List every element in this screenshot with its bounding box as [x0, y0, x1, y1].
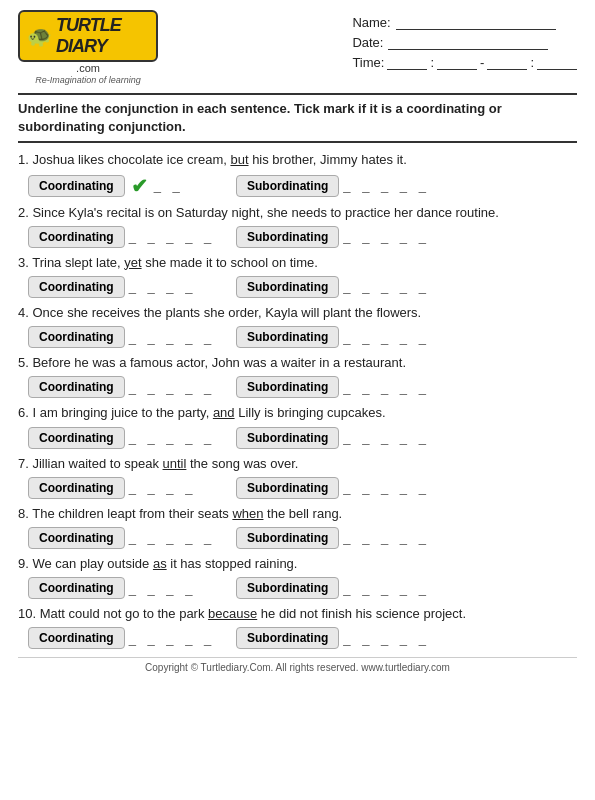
answer-row-2: Coordinating_ _ _ _ _Subordinating_ _ _ …	[18, 226, 577, 248]
name-date-area: Name: Date: Time: : - :	[352, 14, 577, 70]
name-line	[396, 14, 556, 30]
coord-section-8: Coordinating_ _ _ _ _	[28, 527, 228, 549]
question-9: 9. We can play outside as it has stopped…	[18, 555, 577, 599]
coord-dashes-5: _ _ _ _ _	[129, 380, 216, 395]
time-sec	[487, 54, 527, 70]
instructions-text: Underline the conjunction in each senten…	[18, 101, 502, 134]
subordinating-button-4[interactable]: Subordinating	[236, 326, 339, 348]
subordinating-button-5[interactable]: Subordinating	[236, 376, 339, 398]
subord-dashes-9: _ _ _ _ _	[343, 581, 430, 596]
question-2: 2. Since Kyla's recital is on Saturday n…	[18, 204, 577, 248]
subord-dashes-5: _ _ _ _ _	[343, 380, 430, 395]
coord-section-10: Coordinating_ _ _ _ _	[28, 627, 228, 649]
subord-dashes-3: _ _ _ _ _	[343, 279, 430, 294]
subordinating-button-9[interactable]: Subordinating	[236, 577, 339, 599]
time-hour	[387, 54, 427, 70]
coordinating-button-5[interactable]: Coordinating	[28, 376, 125, 398]
question-text-6: 6. I am bringing juice to the party, and…	[18, 404, 577, 422]
coordinating-button-8[interactable]: Coordinating	[28, 527, 125, 549]
question-text-2: 2. Since Kyla's recital is on Saturday n…	[18, 204, 577, 222]
coordinating-button-2[interactable]: Coordinating	[28, 226, 125, 248]
conjunction-3: yet	[124, 255, 141, 270]
subordinating-button-2[interactable]: Subordinating	[236, 226, 339, 248]
coord-section-7: Coordinating_ _ _ _	[28, 477, 228, 499]
name-label: Name:	[352, 15, 390, 30]
coord-section-3: Coordinating_ _ _ _	[28, 276, 228, 298]
page-header: 🐢 TURTLE DIARY .com Re-Imagination of le…	[18, 10, 577, 85]
footer-text: Copyright © Turtlediary.Com. All rights …	[145, 662, 450, 673]
subordinating-button-6[interactable]: Subordinating	[236, 427, 339, 449]
question-text-9: 9. We can play outside as it has stopped…	[18, 555, 577, 573]
subord-section-4: Subordinating_ _ _ _ _	[236, 326, 430, 348]
name-field-row: Name:	[352, 14, 577, 30]
logo-com: .com	[76, 62, 100, 74]
coord-dashes-4: _ _ _ _ _	[129, 330, 216, 345]
conjunction-6: and	[213, 405, 235, 420]
subordinating-button-8[interactable]: Subordinating	[236, 527, 339, 549]
time-sep1: :	[430, 55, 434, 70]
date-field-row: Date:	[352, 34, 577, 50]
coordinating-button-3[interactable]: Coordinating	[28, 276, 125, 298]
question-10: 10. Matt could not go to the park becaus…	[18, 605, 577, 649]
coordinating-button-7[interactable]: Coordinating	[28, 477, 125, 499]
logo-text: TURTLE DIARY	[56, 15, 149, 57]
answer-row-7: Coordinating_ _ _ _Subordinating_ _ _ _ …	[18, 477, 577, 499]
coordinating-button-6[interactable]: Coordinating	[28, 427, 125, 449]
answer-row-10: Coordinating_ _ _ _ _Subordinating_ _ _ …	[18, 627, 577, 649]
coord-dashes-3: _ _ _ _	[129, 279, 197, 294]
subord-section-7: Subordinating_ _ _ _ _	[236, 477, 430, 499]
question-3: 3. Trina slept late, yet she made it to …	[18, 254, 577, 298]
subordinating-button-1[interactable]: Subordinating	[236, 175, 339, 197]
turtle-icon: 🐢	[27, 24, 52, 48]
coord-dashes-6: _ _ _ _ _	[129, 430, 216, 445]
subord-section-6: Subordinating_ _ _ _ _	[236, 427, 430, 449]
coord-dashes-9: _ _ _ _	[129, 581, 197, 596]
coordinating-button-9[interactable]: Coordinating	[28, 577, 125, 599]
subord-section-1: Subordinating_ _ _ _ _	[236, 175, 430, 197]
answer-row-6: Coordinating_ _ _ _ _Subordinating_ _ _ …	[18, 427, 577, 449]
subord-dashes-2: _ _ _ _ _	[343, 229, 430, 244]
coord-section-5: Coordinating_ _ _ _ _	[28, 376, 228, 398]
coord-dashes-10: _ _ _ _ _	[129, 631, 216, 646]
coord-section-9: Coordinating_ _ _ _	[28, 577, 228, 599]
logo-box: 🐢 TURTLE DIARY	[18, 10, 158, 62]
coordinating-button-10[interactable]: Coordinating	[28, 627, 125, 649]
question-text-10: 10. Matt could not go to the park becaus…	[18, 605, 577, 623]
subord-section-8: Subordinating_ _ _ _ _	[236, 527, 430, 549]
answer-row-1: Coordinating✔_ _Subordinating_ _ _ _ _	[18, 174, 577, 198]
conjunction-9: as	[153, 556, 167, 571]
coord-dashes-8: _ _ _ _ _	[129, 530, 216, 545]
question-8: 8. The children leapt from their seats w…	[18, 505, 577, 549]
coord-section-6: Coordinating_ _ _ _ _	[28, 427, 228, 449]
coord-section-4: Coordinating_ _ _ _ _	[28, 326, 228, 348]
coord-dashes-7: _ _ _ _	[129, 480, 197, 495]
conjunction-8: when	[232, 506, 263, 521]
coordinating-button-4[interactable]: Coordinating	[28, 326, 125, 348]
logo-tagline: Re-Imagination of learning	[35, 75, 141, 85]
question-text-8: 8. The children leapt from their seats w…	[18, 505, 577, 523]
subord-section-3: Subordinating_ _ _ _ _	[236, 276, 430, 298]
subord-section-9: Subordinating_ _ _ _ _	[236, 577, 430, 599]
subord-section-10: Subordinating_ _ _ _ _	[236, 627, 430, 649]
subord-dashes-4: _ _ _ _ _	[343, 330, 430, 345]
time-min	[437, 54, 477, 70]
answer-row-3: Coordinating_ _ _ _Subordinating_ _ _ _ …	[18, 276, 577, 298]
question-4: 4. Once she receives the plants she orde…	[18, 304, 577, 348]
question-5: 5. Before he was a famous actor, John wa…	[18, 354, 577, 398]
coord-section-1: Coordinating✔_ _	[28, 174, 228, 198]
subordinating-button-7[interactable]: Subordinating	[236, 477, 339, 499]
time-field-row: Time: : - :	[352, 54, 577, 70]
conjunction-7: until	[163, 456, 187, 471]
subord-dashes-1: _ _ _ _ _	[343, 178, 430, 193]
time-ms	[537, 54, 577, 70]
conjunction-10: because	[208, 606, 257, 621]
subordinating-button-10[interactable]: Subordinating	[236, 627, 339, 649]
subordinating-button-3[interactable]: Subordinating	[236, 276, 339, 298]
coord-dashes-1: _ _	[154, 178, 184, 193]
coordinating-button-1[interactable]: Coordinating	[28, 175, 125, 197]
question-6: 6. I am bringing juice to the party, and…	[18, 404, 577, 448]
logo-area: 🐢 TURTLE DIARY .com Re-Imagination of le…	[18, 10, 158, 85]
question-7: 7. Jillian waited to speak until the son…	[18, 455, 577, 499]
date-line	[388, 34, 548, 50]
coord-dashes-2: _ _ _ _ _	[129, 229, 216, 244]
